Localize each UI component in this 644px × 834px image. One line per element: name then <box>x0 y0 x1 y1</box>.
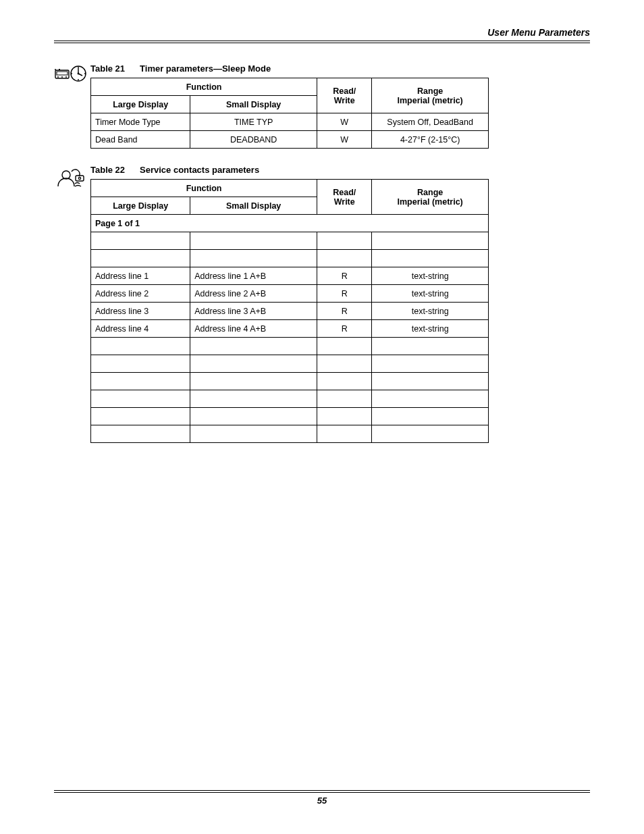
svg-point-11 <box>61 76 63 78</box>
section-title: User Menu Parameters <box>54 27 590 41</box>
table-row <box>91 408 489 425</box>
hdr-range: RangeImperial (metric) <box>372 180 489 215</box>
table-row <box>91 390 489 408</box>
hdr-large-display: Large Display <box>91 96 190 113</box>
table-row: Address line 2Address line 2 A+BRtext-st… <box>91 285 489 303</box>
hdr-rw: Read/Write <box>317 78 372 113</box>
table-row <box>91 232 489 250</box>
table-row: Address line 3Address line 3 A+BRtext-st… <box>91 303 489 320</box>
svg-point-14 <box>55 69 56 70</box>
hdr-function: Function <box>91 78 317 96</box>
table-22-caption: Table 22Service contacts parameters <box>90 165 590 175</box>
table-22-title: Service contacts parameters <box>140 165 259 175</box>
table-21-block: Table 21Timer parameters—Sleep Mode Func… <box>54 63 590 149</box>
page-number: 55 <box>54 796 590 806</box>
svg-rect-13 <box>59 69 60 70</box>
table-21: Function Read/Write RangeImperial (metri… <box>90 78 489 149</box>
table-row <box>91 338 489 355</box>
table-22-label: Table 22 <box>90 165 125 175</box>
table-row <box>91 250 489 267</box>
hdr-large-display: Large Display <box>91 197 190 215</box>
table-21-title: Timer parameters—Sleep Mode <box>140 63 271 74</box>
header-rule-bottom <box>54 43 590 43</box>
table-row: Address line 1Address line 1 A+BRtext-st… <box>91 267 489 285</box>
svg-point-17 <box>78 177 80 179</box>
table-22: Function Read/Write RangeImperial (metri… <box>90 179 489 443</box>
svg-point-10 <box>57 76 59 78</box>
page-header: User Menu Parameters <box>54 27 590 43</box>
table-22-block: Table 22Service contacts parameters Func… <box>54 165 590 443</box>
svg-rect-16 <box>76 176 84 181</box>
table-row <box>91 373 489 390</box>
table-row: Timer Mode Type TIME TYP W System Off, D… <box>91 113 489 131</box>
svg-point-15 <box>62 171 70 179</box>
page-footer: 55 <box>0 790 644 806</box>
table-section-row: Page 1 of 1 <box>91 215 489 232</box>
svg-point-12 <box>65 76 67 78</box>
sleep-timer-icon <box>54 63 90 82</box>
table-row <box>91 425 489 443</box>
hdr-small-display: Small Display <box>190 96 317 113</box>
table-21-caption: Table 21Timer parameters—Sleep Mode <box>90 63 590 74</box>
hdr-rw: Read/Write <box>317 180 372 215</box>
footer-rule-bottom <box>54 792 590 793</box>
table-21-label: Table 21 <box>90 63 125 74</box>
svg-line-3 <box>78 74 82 76</box>
svg-rect-9 <box>57 72 68 75</box>
service-contacts-icon <box>54 165 90 190</box>
table-row: Dead Band DEADBAND W 4-27°F (2-15°C) <box>91 131 489 149</box>
table-row: Address line 4Address line 4 A+BRtext-st… <box>91 320 489 338</box>
hdr-small-display: Small Display <box>190 197 317 215</box>
hdr-function: Function <box>91 180 317 197</box>
hdr-range: RangeImperial (metric) <box>372 78 489 113</box>
table-row <box>91 355 489 373</box>
